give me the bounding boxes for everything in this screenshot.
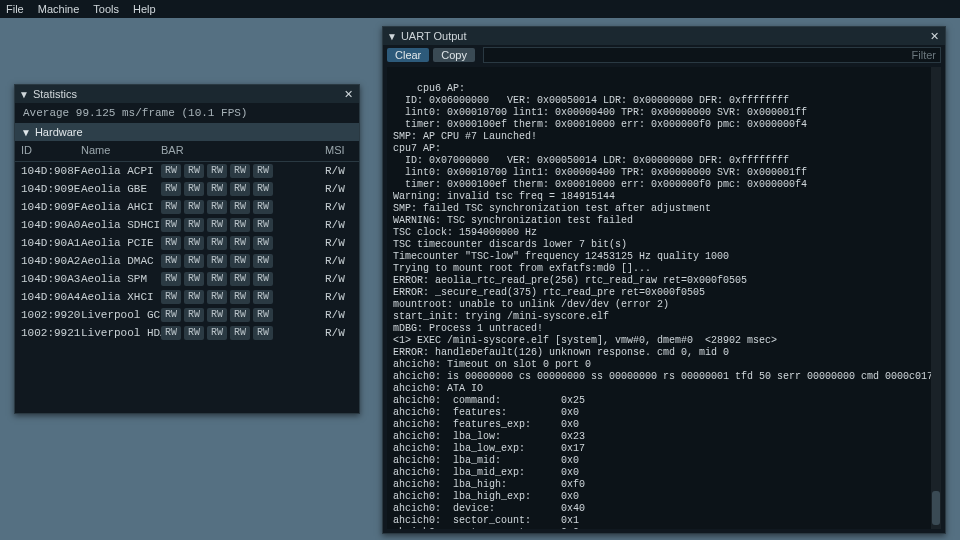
bar-chip[interactable]: RW bbox=[161, 164, 181, 178]
device-name: Liverpool GC bbox=[75, 306, 155, 324]
bar-chip[interactable]: RW bbox=[184, 272, 204, 286]
bar-chip[interactable]: RW bbox=[230, 308, 250, 322]
copy-button[interactable]: Copy bbox=[433, 48, 475, 62]
bar-chip[interactable]: RW bbox=[230, 254, 250, 268]
bar-chip[interactable]: RW bbox=[253, 182, 273, 196]
col-header-name: Name bbox=[75, 141, 155, 162]
device-msi: R/W bbox=[319, 180, 359, 198]
fps-readout: Average 99.125 ms/frame (10.1 FPS) bbox=[15, 103, 359, 123]
bar-chip[interactable]: RW bbox=[253, 272, 273, 286]
bar-chip[interactable]: RW bbox=[230, 182, 250, 196]
bar-chip[interactable]: RW bbox=[184, 326, 204, 340]
device-name: Aeolia AHCI bbox=[75, 198, 155, 216]
statistics-title: Statistics bbox=[33, 88, 77, 100]
bar-chip[interactable]: RW bbox=[253, 308, 273, 322]
bar-chip[interactable]: RW bbox=[161, 236, 181, 250]
uart-log-text: cpu6 AP: ID: 0x06000000 VER: 0x00050014 … bbox=[393, 83, 933, 529]
uart-title: UART Output bbox=[401, 30, 467, 42]
bar-chip[interactable]: RW bbox=[253, 200, 273, 214]
bar-chip[interactable]: RW bbox=[184, 236, 204, 250]
statistics-window: ▼ Statistics ✕ Average 99.125 ms/frame (… bbox=[14, 84, 360, 414]
device-name: Liverpool HDAC bbox=[75, 324, 155, 342]
hardware-label: Hardware bbox=[35, 126, 83, 138]
bar-chip[interactable]: RW bbox=[207, 254, 227, 268]
bar-chip[interactable]: RW bbox=[184, 164, 204, 178]
bar-chip[interactable]: RW bbox=[184, 200, 204, 214]
table-row: 104D:90A4Aeolia XHCIRWRWRWRWRWR/W bbox=[15, 288, 359, 306]
device-id: 104D:90A1 bbox=[15, 234, 75, 252]
bar-chip[interactable]: RW bbox=[207, 326, 227, 340]
bar-chip[interactable]: RW bbox=[207, 308, 227, 322]
device-bars: RWRWRWRWRW bbox=[155, 270, 319, 288]
bar-chip[interactable]: RW bbox=[253, 164, 273, 178]
menu-file[interactable]: File bbox=[6, 3, 24, 15]
bar-chip[interactable]: RW bbox=[207, 290, 227, 304]
device-id: 104D:909E bbox=[15, 180, 75, 198]
bar-chip[interactable]: RW bbox=[253, 254, 273, 268]
bar-chip[interactable]: RW bbox=[230, 218, 250, 232]
bar-chip[interactable]: RW bbox=[230, 236, 250, 250]
bar-chip[interactable]: RW bbox=[230, 272, 250, 286]
uart-log[interactable]: cpu6 AP: ID: 0x06000000 VER: 0x00050014 … bbox=[387, 67, 941, 529]
bar-chip[interactable]: RW bbox=[207, 182, 227, 196]
scrollbar-thumb[interactable] bbox=[932, 491, 940, 525]
table-row: 104D:90A2Aeolia DMACRWRWRWRWRWR/W bbox=[15, 252, 359, 270]
device-bars: RWRWRWRWRW bbox=[155, 288, 319, 306]
table-row: 104D:908FAeolia ACPIRWRWRWRWRWR/W bbox=[15, 162, 359, 181]
bar-chip[interactable]: RW bbox=[230, 290, 250, 304]
bar-chip[interactable]: RW bbox=[207, 272, 227, 286]
bar-chip[interactable]: RW bbox=[161, 272, 181, 286]
device-msi: R/W bbox=[319, 324, 359, 342]
bar-chip[interactable]: RW bbox=[253, 236, 273, 250]
table-row: 104D:909EAeolia GBERWRWRWRWRWR/W bbox=[15, 180, 359, 198]
bar-chip[interactable]: RW bbox=[253, 290, 273, 304]
device-bars: RWRWRWRWRW bbox=[155, 306, 319, 324]
bar-chip[interactable]: RW bbox=[161, 326, 181, 340]
collapse-icon[interactable]: ▼ bbox=[21, 127, 31, 138]
filter-input[interactable]: Filter bbox=[483, 47, 941, 63]
device-name: Aeolia DMAC bbox=[75, 252, 155, 270]
bar-chip[interactable]: RW bbox=[230, 200, 250, 214]
device-msi: R/W bbox=[319, 162, 359, 181]
device-bars: RWRWRWRWRW bbox=[155, 198, 319, 216]
hardware-section-header[interactable]: ▼ Hardware bbox=[15, 123, 359, 141]
collapse-icon[interactable]: ▼ bbox=[19, 89, 29, 100]
bar-chip[interactable]: RW bbox=[184, 254, 204, 268]
bar-chip[interactable]: RW bbox=[184, 218, 204, 232]
menu-help[interactable]: Help bbox=[133, 3, 156, 15]
bar-chip[interactable]: RW bbox=[161, 308, 181, 322]
bar-chip[interactable]: RW bbox=[184, 290, 204, 304]
device-msi: R/W bbox=[319, 234, 359, 252]
menu-tools[interactable]: Tools bbox=[93, 3, 119, 15]
bar-chip[interactable]: RW bbox=[207, 164, 227, 178]
statistics-titlebar[interactable]: ▼ Statistics ✕ bbox=[15, 85, 359, 103]
uart-toolbar: Clear Copy Filter bbox=[383, 45, 945, 65]
bar-chip[interactable]: RW bbox=[161, 254, 181, 268]
bar-chip[interactable]: RW bbox=[253, 326, 273, 340]
bar-chip[interactable]: RW bbox=[207, 200, 227, 214]
bar-chip[interactable]: RW bbox=[161, 182, 181, 196]
bar-chip[interactable]: RW bbox=[161, 218, 181, 232]
device-bars: RWRWRWRWRW bbox=[155, 324, 319, 342]
table-row: 104D:909FAeolia AHCIRWRWRWRWRWR/W bbox=[15, 198, 359, 216]
bar-chip[interactable]: RW bbox=[184, 182, 204, 196]
clear-button[interactable]: Clear bbox=[387, 48, 429, 62]
device-name: Aeolia GBE bbox=[75, 180, 155, 198]
bar-chip[interactable]: RW bbox=[184, 308, 204, 322]
bar-chip[interactable]: RW bbox=[230, 164, 250, 178]
menu-machine[interactable]: Machine bbox=[38, 3, 80, 15]
bar-chip[interactable]: RW bbox=[230, 326, 250, 340]
scrollbar[interactable] bbox=[931, 67, 941, 529]
device-bars: RWRWRWRWRW bbox=[155, 162, 319, 181]
bar-chip[interactable]: RW bbox=[253, 218, 273, 232]
bar-chip[interactable]: RW bbox=[207, 218, 227, 232]
bar-chip[interactable]: RW bbox=[161, 290, 181, 304]
uart-titlebar[interactable]: ▼ UART Output ✕ bbox=[383, 27, 945, 45]
col-header-bar: BAR bbox=[155, 141, 319, 162]
uart-window: ▼ UART Output ✕ Clear Copy Filter cpu6 A… bbox=[382, 26, 946, 534]
bar-chip[interactable]: RW bbox=[207, 236, 227, 250]
close-icon[interactable]: ✕ bbox=[341, 88, 355, 101]
collapse-icon[interactable]: ▼ bbox=[387, 31, 397, 42]
bar-chip[interactable]: RW bbox=[161, 200, 181, 214]
close-icon[interactable]: ✕ bbox=[927, 30, 941, 43]
